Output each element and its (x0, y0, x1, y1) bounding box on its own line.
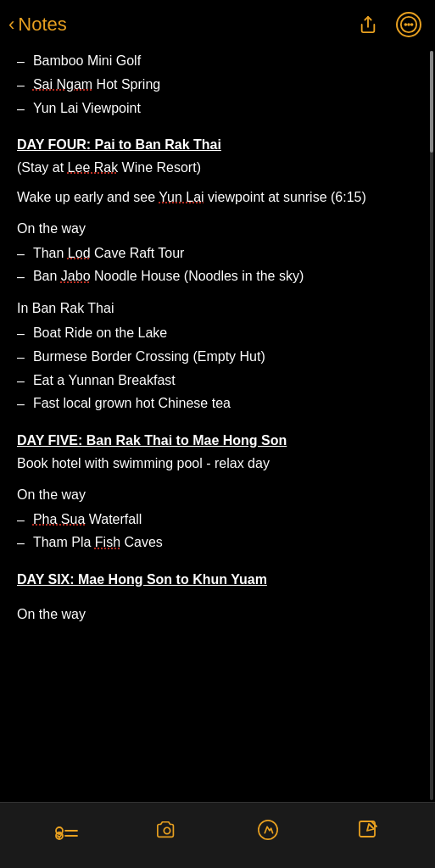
dash-icon: – (17, 510, 25, 531)
list-item: – Fast local grown hot Chinese tea (17, 393, 418, 415)
list-item-text: Ban Jabo Noodle House (Noodles in the sk… (33, 266, 304, 287)
list-item-text: Eat a Yunnan Breakfast (33, 370, 176, 392)
on-the-way-label-five: On the way (17, 485, 418, 506)
svg-point-2 (404, 24, 406, 25)
day-four-heading: DAY FOUR: Pai to Ban Rak Thai (17, 135, 418, 156)
dash-icon: – (17, 533, 25, 554)
svg-point-9 (165, 827, 170, 833)
list-item: – Pha Sua Waterfall (17, 509, 418, 531)
dash-icon: – (17, 75, 25, 97)
more-options-button[interactable] (396, 12, 421, 37)
list-item: – Than Lod Cave Raft Tour (17, 243, 418, 265)
day-five-subheading: Book hotel with swimming pool - relax da… (17, 453, 418, 475)
list-item-text: Burmese Border Crossing (Empty Hut) (33, 347, 265, 368)
list-item-text: Than Lod Cave Raft Tour (33, 243, 185, 264)
camera-button[interactable] (150, 813, 184, 847)
in-ban-rak-thai-label: In Ban Rak Thai (17, 298, 418, 320)
svg-point-3 (408, 24, 410, 25)
list-item: – Eat a Yunnan Breakfast (17, 370, 418, 392)
dash-icon: – (17, 244, 25, 265)
markup-button[interactable] (251, 813, 285, 847)
list-item: – Ban Jabo Noodle House (Noodles in the … (17, 266, 418, 288)
spellcheck-text: Lee Rak (68, 160, 119, 175)
list-item-text: Pha Sua Waterfall (33, 509, 142, 531)
spellcheck-text: Pha Sua (33, 512, 85, 526)
list-item-text: Boat Ride on the Lake (33, 323, 167, 344)
spellcheck-text: Lod (68, 246, 91, 260)
on-the-way-label: On the way (17, 219, 418, 240)
spellcheck-text: Yun Lai (159, 190, 204, 204)
list-item-text: Fast local grown hot Chinese tea (33, 393, 231, 415)
dash-icon: – (17, 371, 25, 392)
svg-point-10 (258, 820, 276, 838)
content-area: – Bamboo Mini Golf – Sai Ngam Hot Spring… (0, 46, 435, 646)
header-title[interactable]: Notes (18, 14, 66, 36)
dash-icon: – (17, 267, 25, 288)
share-button[interactable] (355, 12, 381, 37)
list-item: – Sai Ngam Hot Spring (17, 75, 418, 97)
day-four-subheading: (Stay at Lee Rak Wine Resort) (17, 158, 418, 179)
list-item: – Yun Lai Viewpoint (17, 98, 418, 120)
dash-icon: – (17, 348, 25, 369)
compose-button[interactable] (351, 813, 385, 847)
header-icons (355, 12, 421, 37)
back-chevron-icon[interactable]: ‹ (8, 15, 14, 34)
list-item: – Bamboo Mini Golf (17, 51, 418, 73)
list-item-text: Bamboo Mini Golf (33, 51, 141, 72)
dash-icon: – (17, 394, 25, 415)
scrollbar-track[interactable] (430, 51, 433, 800)
dash-icon: – (17, 52, 25, 73)
spellcheck-text: Jabo (61, 269, 91, 283)
list-item-text: Tham Pla Fish Caves (33, 532, 163, 554)
list-item-text: Sai Ngam Hot Spring (33, 75, 160, 96)
checklist-button[interactable] (50, 813, 84, 847)
toolbar (0, 802, 435, 868)
list-item-text: Yun Lai Viewpoint (33, 98, 141, 120)
day-four-body: Wake up early and see Yun Lai viewpoint … (17, 187, 418, 209)
list-item: – Burmese Border Crossing (Empty Hut) (17, 347, 418, 369)
svg-point-4 (411, 24, 413, 25)
scrollbar-thumb[interactable] (430, 51, 433, 153)
dash-icon: – (17, 99, 25, 120)
dash-icon: – (17, 324, 25, 345)
day-five-heading: DAY FIVE: Ban Rak Thai to Mae Hong Son (17, 431, 418, 452)
list-item: – Boat Ride on the Lake (17, 323, 418, 345)
list-item: – Tham Pla Fish Caves (17, 532, 418, 554)
day-six-heading: DAY SIX: Mae Hong Son to Khun Yuam (17, 570, 418, 591)
header-left: ‹ Notes (8, 14, 67, 36)
header: ‹ Notes (0, 0, 435, 46)
spellcheck-text: Sai Ngam (33, 77, 92, 92)
spellcheck-text: Fish (95, 535, 120, 549)
on-the-way-label-six: On the way (17, 604, 418, 626)
